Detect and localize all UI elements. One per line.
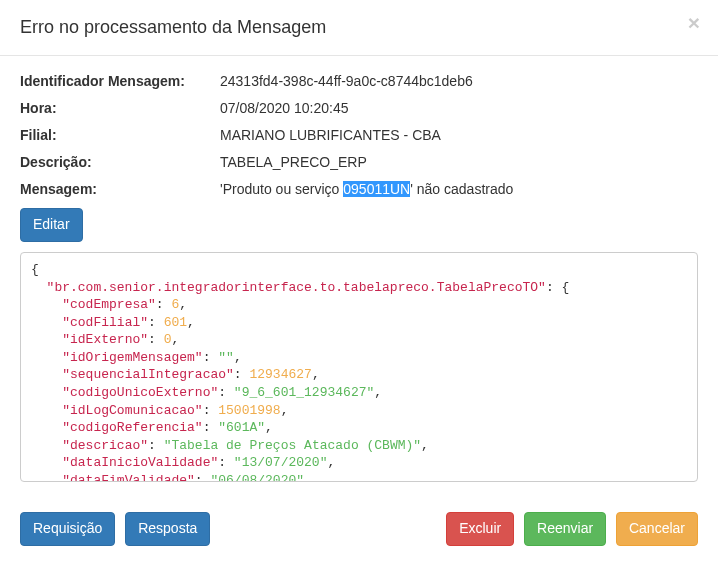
- field-hora: Hora: 07/08/2020 10:20:45: [20, 98, 698, 119]
- error-modal: Erro no processamento da Mensagem × Iden…: [0, 0, 718, 561]
- requisicao-button[interactable]: Requisição: [20, 512, 115, 546]
- resposta-button[interactable]: Resposta: [125, 512, 210, 546]
- modal-title: Erro no processamento da Mensagem: [20, 15, 698, 40]
- value-descricao: TABELA_PRECO_ERP: [220, 152, 698, 173]
- footer-right: Excluir Reenviar Cancelar: [446, 512, 698, 546]
- mensagem-prefix: 'Produto ou serviço: [220, 181, 343, 197]
- value-mensagem: 'Produto ou serviço 095011UN' não cadast…: [220, 179, 698, 200]
- close-button[interactable]: ×: [688, 12, 700, 33]
- mensagem-highlight: 095011UN: [343, 181, 410, 197]
- modal-body: Identificador Mensagem: 24313fd4-398c-44…: [0, 56, 718, 497]
- mensagem-suffix: ' não cadastrado: [410, 181, 513, 197]
- field-descricao: Descrição: TABELA_PRECO_ERP: [20, 152, 698, 173]
- value-filial: MARIANO LUBRIFICANTES - CBA: [220, 125, 698, 146]
- edit-button-wrap: Editar: [20, 208, 698, 242]
- field-filial: Filial: MARIANO LUBRIFICANTES - CBA: [20, 125, 698, 146]
- label-identificador: Identificador Mensagem:: [20, 71, 220, 92]
- value-identificador: 24313fd4-398c-44ff-9a0c-c8744bc1deb6: [220, 71, 698, 92]
- modal-header: Erro no processamento da Mensagem ×: [0, 0, 718, 56]
- field-mensagem: Mensagem: 'Produto ou serviço 095011UN' …: [20, 179, 698, 200]
- footer-left: Requisição Resposta: [20, 512, 210, 546]
- label-filial: Filial:: [20, 125, 220, 146]
- value-hora: 07/08/2020 10:20:45: [220, 98, 698, 119]
- excluir-button[interactable]: Excluir: [446, 512, 514, 546]
- cancelar-button[interactable]: Cancelar: [616, 512, 698, 546]
- field-identificador: Identificador Mensagem: 24313fd4-398c-44…: [20, 71, 698, 92]
- reenviar-button[interactable]: Reenviar: [524, 512, 606, 546]
- label-descricao: Descrição:: [20, 152, 220, 173]
- label-mensagem: Mensagem:: [20, 179, 220, 200]
- label-hora: Hora:: [20, 98, 220, 119]
- modal-footer: Requisição Resposta Excluir Reenviar Can…: [0, 497, 718, 561]
- editar-button[interactable]: Editar: [20, 208, 83, 242]
- json-payload-box[interactable]: { "br.com.senior.integradorinterface.to.…: [20, 252, 698, 482]
